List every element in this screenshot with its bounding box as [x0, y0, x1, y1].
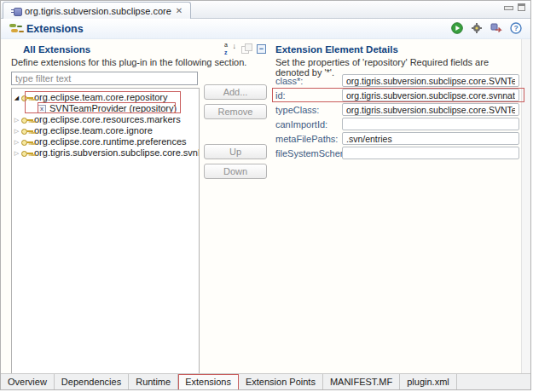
export-icon[interactable] [490, 22, 502, 34]
tree-item-label: org.tigris.subversion.subclipse.core.svn… [34, 147, 200, 159]
form-page-tabs: Overview Dependencies Runtime Extensions… [1, 373, 530, 390]
tree-buttons: Add... Remove Up Down [204, 84, 267, 183]
class-input[interactable] [342, 74, 519, 87]
field-label-id: id: [275, 90, 286, 101]
tree-item-repository[interactable]: ◢ org.eclipse.team.core.repository [12, 92, 199, 103]
tab-manifest-mf[interactable]: MANIFEST.MF [323, 374, 400, 390]
extension-key-icon [21, 94, 34, 101]
field-label-canimportid: canImportId: [275, 119, 327, 130]
editor-tab-title: org.tigris.subversion.subclipse.core [25, 6, 171, 16]
page-title: Extensions [26, 23, 84, 35]
tab-extensions[interactable]: Extensions [178, 374, 239, 390]
twisty-collapsed-icon[interactable]: ▷ [12, 147, 21, 159]
filter-input[interactable] [11, 72, 198, 85]
twisty-collapsed-icon[interactable]: ▷ [12, 114, 21, 125]
field-row-filesystemscheme: fileSystemScheme: [272, 146, 524, 160]
tree-item-svnpropertytypes[interactable]: ▷ org.tigris.subversion.subclipse.core.s… [12, 147, 199, 159]
run-icon[interactable] [451, 22, 463, 34]
extension-element-icon: x [38, 105, 46, 113]
tab-overview[interactable]: Overview [1, 374, 55, 390]
twisty-collapsed-icon[interactable]: ▷ [12, 136, 21, 147]
extension-element-details-section: Extension Element Details Set the proper… [272, 39, 524, 373]
maximize-icon[interactable] [518, 3, 525, 11]
tab-plugin-xml[interactable]: plugin.xml [400, 374, 457, 390]
twisty-collapsed-icon[interactable]: ▷ [12, 125, 21, 136]
editor-tab[interactable]: org.tigris.subversion.subclipse.core ✕ [3, 2, 191, 19]
metafilepaths-input[interactable] [342, 132, 519, 145]
details-fields: class*: id: typeClass: canImportId: meta… [272, 73, 524, 160]
all-extensions-section: All Extensions az↓ − Define extensions f… [9, 39, 269, 373]
extension-key-icon [21, 116, 34, 124]
sort-alphabetically-icon[interactable]: az↓ [223, 43, 236, 55]
field-label-metafilepaths: metaFilePaths: [275, 134, 338, 144]
show-plugins-icon[interactable] [241, 43, 252, 54]
tree-item-markers[interactable]: ▷ org.eclipse.core.resources.markers [12, 114, 199, 125]
extension-key-icon [21, 149, 34, 157]
tree-item-label: org.eclipse.core.runtime.preferences [34, 136, 187, 147]
tree-item-svnteamprovider[interactable]: x SVNTeamProvider (repository) [12, 103, 199, 114]
field-row-class: class*: [272, 73, 524, 88]
field-label-class[interactable]: class*: [275, 76, 303, 86]
down-button[interactable]: Down [204, 164, 267, 179]
field-row-id: id: [272, 88, 524, 102]
remove-button[interactable]: Remove [204, 104, 267, 119]
canimportid-input[interactable] [342, 118, 519, 130]
tree-item-ignore[interactable]: ▷ org.eclipse.team.core.ignore [12, 125, 199, 136]
twisty-expanded-icon[interactable]: ◢ [12, 92, 21, 103]
close-icon[interactable]: ✕ [176, 7, 182, 15]
editor-tab-bar: org.tigris.subversion.subclipse.core ✕ [1, 1, 530, 19]
plugin-manifest-icon [11, 7, 20, 15]
tree-item-label: SVNTeamProvider (repository) [49, 103, 177, 114]
field-row-canimportid: canImportId: [272, 117, 524, 131]
extension-key-icon [21, 138, 34, 146]
help-icon[interactable]: ? [510, 22, 522, 34]
form-header: Extensions ? [1, 19, 530, 39]
id-input[interactable] [342, 89, 519, 101]
tree-item-label: org.eclipse.team.core.ignore [34, 125, 153, 136]
svg-text:?: ? [513, 24, 518, 32]
plugin-editor-window: org.tigris.subversion.subclipse.core ✕ E… [0, 0, 531, 390]
extension-key-icon [21, 127, 34, 135]
tree-item-label: org.eclipse.team.core.repository [34, 92, 168, 103]
add-button[interactable]: Add... [204, 84, 267, 100]
section-description: Define extensions for this plug-in in th… [11, 57, 258, 67]
section-toolbar: az↓ − [223, 43, 266, 55]
collapse-all-icon[interactable]: − [257, 44, 266, 54]
view-controls [504, 3, 525, 11]
extensions-icon [9, 23, 21, 34]
typeclass-input[interactable] [342, 103, 519, 116]
form-body: All Extensions az↓ − Define extensions f… [1, 39, 530, 373]
tab-extension-points[interactable]: Extension Points [239, 374, 323, 390]
up-button[interactable]: Up [204, 144, 267, 159]
minimize-icon[interactable] [504, 3, 512, 11]
tree-item-label: org.eclipse.core.resources.markers [34, 114, 181, 125]
section-title-all-extensions: All Extensions [23, 44, 90, 55]
debug-icon[interactable] [471, 22, 483, 34]
field-row-typeclass: typeClass: [272, 102, 524, 117]
field-label-typeclass[interactable]: typeClass: [275, 105, 319, 115]
tab-dependencies[interactable]: Dependencies [55, 374, 129, 390]
extensions-tree[interactable]: ◢ org.eclipse.team.core.repository x SVN… [11, 88, 200, 390]
field-row-metafilepaths: metaFilePaths: [272, 131, 524, 146]
header-toolbar: ? [451, 22, 522, 34]
filesystemscheme-input[interactable] [342, 147, 519, 159]
tree-item-preferences[interactable]: ▷ org.eclipse.core.runtime.preferences [12, 136, 199, 147]
section-title-details: Extension Element Details [275, 44, 398, 55]
tab-runtime[interactable]: Runtime [129, 374, 178, 390]
